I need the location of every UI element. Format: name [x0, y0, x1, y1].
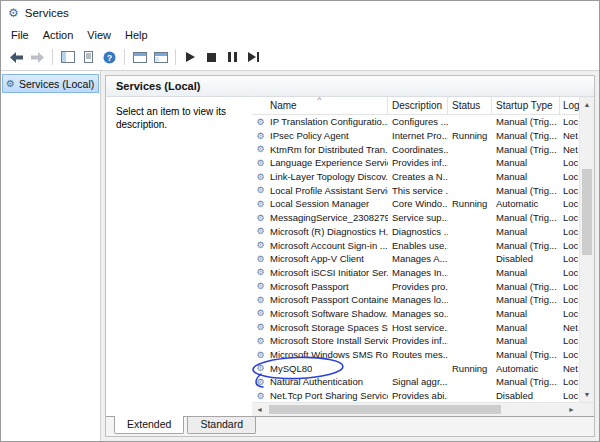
- vertical-scrollbar[interactable]: ▲ ▼: [579, 97, 594, 402]
- column-header-startup-type[interactable]: Startup Type: [492, 97, 560, 114]
- console-tree-icon: [61, 51, 75, 63]
- table-row[interactable]: ⚙Microsoft Passport ContainerManages lo.…: [252, 293, 579, 307]
- menu-action[interactable]: Action: [36, 27, 81, 43]
- content-area: ⚙ Services (Local) Services (Local) Sele…: [1, 71, 599, 441]
- toolbar-separator: [52, 49, 53, 65]
- menu-help[interactable]: Help: [118, 27, 155, 43]
- service-name-cell: ⚙Microsoft Windows SMS Ro...: [252, 349, 388, 360]
- tab-extended[interactable]: Extended: [114, 416, 184, 434]
- service-gear-icon: ⚙: [254, 350, 267, 360]
- service-log-on-as: Loc: [560, 116, 579, 127]
- service-startup-type: Automatic: [492, 363, 560, 374]
- back-button[interactable]: [6, 47, 27, 68]
- table-row[interactable]: ⚙IP Translation Configuratio...Configure…: [252, 115, 579, 129]
- restart-service-button[interactable]: [243, 47, 264, 68]
- forward-button[interactable]: [27, 47, 48, 68]
- table-row[interactable]: ⚙Microsoft iSCSI Initiator Ser...Manages…: [252, 266, 579, 280]
- horizontal-scrollbar[interactable]: ◄ ►: [252, 402, 594, 416]
- column-header-status[interactable]: Status: [448, 97, 492, 114]
- forward-icon: [31, 52, 44, 63]
- service-log-on-as: Loc: [560, 349, 579, 360]
- service-gear-icon: ⚙: [254, 226, 267, 236]
- service-name: Microsoft Passport Container: [270, 294, 388, 305]
- table-row[interactable]: ⚙Natural AuthenticationSignal aggr...Man…: [252, 375, 579, 389]
- service-name: Local Profile Assistant Service: [270, 185, 388, 196]
- table-row[interactable]: ⚙Microsoft (R) Diagnostics H...Diagnosti…: [252, 225, 579, 239]
- service-name: KtmRm for Distributed Tran...: [270, 144, 388, 155]
- table-row[interactable]: ⚙Microsoft Storage Spaces S...Host servi…: [252, 320, 579, 334]
- service-gear-icon: ⚙: [254, 213, 267, 223]
- table-row[interactable]: ⚙Microsoft Windows SMS Ro...Routes mes..…: [252, 348, 579, 362]
- console-tree-pane: ⚙ Services (Local): [1, 71, 101, 441]
- service-name-cell: ⚙Microsoft Passport: [252, 281, 388, 292]
- service-name-cell: ⚙Microsoft Store Install Service: [252, 335, 388, 346]
- table-row[interactable]: ⚙Language Experience ServiceProvides inf…: [252, 156, 579, 170]
- service-name-cell: ⚙Language Experience Service: [252, 157, 388, 168]
- column-header-name[interactable]: ^ Name: [252, 97, 388, 114]
- toolbar-separator: [124, 49, 125, 65]
- service-gear-icon: ⚙: [254, 185, 267, 195]
- service-gear-icon: ⚙: [254, 281, 267, 291]
- service-startup-type: Manual (Trig...: [492, 281, 560, 292]
- list-header: ^ Name Description Status Startup Type L…: [252, 97, 579, 115]
- table-row[interactable]: ⚙Microsoft Account Sign-in ...Enables us…: [252, 238, 579, 252]
- service-log-on-as: Loc: [560, 157, 579, 168]
- column-header-description[interactable]: Description: [388, 97, 448, 114]
- table-row[interactable]: ⚙Microsoft PassportProvides pro...Manual…: [252, 279, 579, 293]
- column-header-log-on-as[interactable]: Log: [560, 97, 579, 114]
- service-name: Microsoft Software Shadow...: [270, 308, 388, 319]
- export-list-button[interactable]: [78, 47, 99, 68]
- horizontal-scrollbar-thumb[interactable]: [269, 405, 501, 414]
- table-row[interactable]: ⚙Link-Layer Topology Discov...Creates a …: [252, 170, 579, 184]
- panel-header: Services (Local): [106, 76, 594, 97]
- horizontal-scrollbar-track[interactable]: [267, 403, 564, 416]
- service-gear-icon: ⚙: [254, 391, 267, 401]
- table-row[interactable]: ⚙Microsoft App-V ClientManages A...Disab…: [252, 252, 579, 266]
- service-startup-type: Manual: [492, 267, 560, 278]
- tree-item-label: Services (Local): [19, 78, 94, 90]
- properties-button[interactable]: [129, 47, 150, 68]
- show-console-tree-button[interactable]: [57, 47, 78, 68]
- help-button[interactable]: ?: [99, 47, 120, 68]
- toolbar-separator: [175, 49, 176, 65]
- service-description: Coordinates...: [388, 144, 448, 155]
- table-row[interactable]: ⚙MySQL80RunningAutomaticNet: [252, 361, 579, 375]
- stop-service-icon: [207, 53, 216, 62]
- service-startup-type: Disabled: [492, 253, 560, 264]
- service-startup-type: Manual (Trig...: [492, 130, 560, 141]
- scroll-right-icon[interactable]: ►: [564, 403, 579, 416]
- menu-file[interactable]: File: [4, 27, 36, 43]
- pause-service-button[interactable]: [222, 47, 243, 68]
- service-name: Local Session Manager: [270, 198, 369, 209]
- stop-service-button[interactable]: [201, 47, 222, 68]
- description-hint: Select an item to view its description.: [116, 106, 226, 130]
- table-row[interactable]: ⚙Microsoft Store Install ServiceProvides…: [252, 334, 579, 348]
- table-row[interactable]: ⚙Local Profile Assistant ServiceThis ser…: [252, 183, 579, 197]
- window-title: Services: [25, 7, 69, 19]
- table-row[interactable]: ⚙KtmRm for Distributed Tran...Coordinate…: [252, 142, 579, 156]
- scroll-left-icon[interactable]: ◄: [252, 403, 267, 416]
- scroll-up-icon[interactable]: ▲: [580, 97, 594, 112]
- tree-item-services-local[interactable]: ⚙ Services (Local): [2, 74, 99, 93]
- table-row[interactable]: ⚙MessagingService_2308279aService sup...…: [252, 211, 579, 225]
- service-description: Signal aggr...: [388, 376, 448, 387]
- view-button[interactable]: [150, 47, 171, 68]
- table-row[interactable]: ⚙Local Session ManagerCore Windo...Runni…: [252, 197, 579, 211]
- service-name-cell: ⚙Microsoft Account Sign-in ...: [252, 240, 388, 251]
- service-gear-icon: ⚙: [254, 199, 267, 209]
- menu-view[interactable]: View: [80, 27, 118, 43]
- table-row[interactable]: ⚙Microsoft Software Shadow...Manages so.…: [252, 307, 579, 321]
- service-name-cell: ⚙Local Profile Assistant Service: [252, 185, 388, 196]
- vertical-scrollbar-thumb[interactable]: [582, 169, 592, 255]
- service-log-on-as: Loc: [560, 171, 579, 182]
- service-name: IP Translation Configuratio...: [270, 116, 388, 127]
- service-description: Provides pro...: [388, 281, 448, 292]
- tab-standard[interactable]: Standard: [187, 417, 256, 434]
- service-log-on-as: Loc: [560, 294, 579, 305]
- service-name: Microsoft App-V Client: [270, 253, 364, 264]
- start-service-button[interactable]: [180, 47, 201, 68]
- table-row[interactable]: ⚙Net.Tcp Port Sharing ServiceProvides ab…: [252, 389, 579, 402]
- service-name-cell: ⚙Microsoft (R) Diagnostics H...: [252, 226, 388, 237]
- scroll-down-icon[interactable]: ▼: [580, 387, 594, 402]
- table-row[interactable]: ⚙IPsec Policy AgentInternet Pro...Runnin…: [252, 129, 579, 143]
